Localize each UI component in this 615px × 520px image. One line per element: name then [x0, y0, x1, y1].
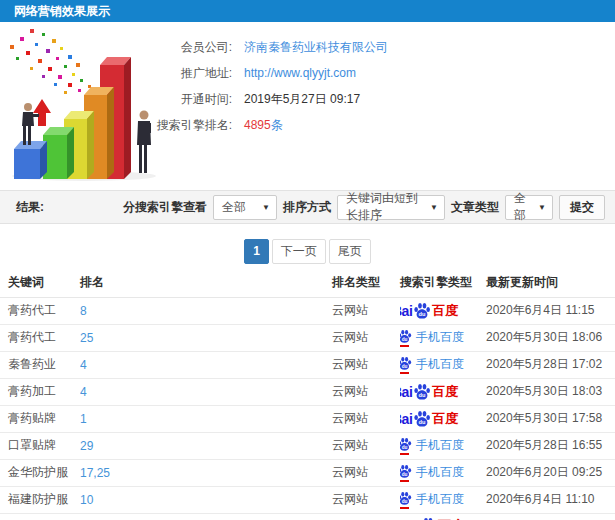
- sort-filter-label: 排序方式: [283, 199, 331, 216]
- page-button-current[interactable]: 1: [244, 239, 269, 264]
- article-type-select[interactable]: 全部 ▼: [505, 195, 553, 220]
- mobile-baidu-label: 手机百度: [416, 329, 464, 346]
- baidu-underline-decor: [400, 507, 409, 509]
- company-info-panel: 会员公司: 济南秦鲁药业科技有限公司 推广地址: http://www.qlyy…: [120, 34, 388, 138]
- baidu-logo-cn-text: 百度: [438, 517, 464, 520]
- cell-rank: 4: [80, 351, 332, 378]
- svg-text:du: du: [402, 471, 408, 476]
- rank-link[interactable]: 29: [80, 439, 93, 453]
- baidu-paw-icon: du: [413, 302, 431, 320]
- baidu-logo-cn-text: 百度: [432, 302, 458, 320]
- engine-rank-row: 搜索引擎排名: 4895条: [120, 112, 388, 138]
- cell-keyword: 膏药代工: [0, 324, 80, 351]
- cell-rank: 8: [80, 297, 332, 324]
- bar-green: [43, 127, 74, 179]
- baidu-logo: Bai du 百度: [400, 383, 486, 401]
- engine-filter-value: 全部: [222, 199, 246, 216]
- open-time-row: 开通时间: 2019年5月27日 09:17: [120, 86, 388, 112]
- submit-button[interactable]: 提交: [559, 195, 605, 220]
- baidu-logo-cn-text: 百度: [432, 410, 458, 428]
- cell-updated: 2020年5月28日 17:02: [486, 351, 615, 378]
- cell-updated: 2020年6月4日 11:15: [486, 297, 615, 324]
- cell-keyword: 膏药代工: [0, 297, 80, 324]
- mobile-baidu-logo: du 手机百度: [400, 356, 486, 374]
- cell-rank: 4: [80, 378, 332, 405]
- promo-url-label: 推广地址:: [120, 65, 232, 82]
- col-header-rank-type: 排名类型: [332, 269, 400, 297]
- svg-text:du: du: [419, 392, 426, 398]
- sort-filter-value: 关键词由短到长排序: [346, 190, 422, 224]
- cell-keyword: 膏药加工: [0, 378, 80, 405]
- cell-rank: 10: [80, 486, 332, 513]
- table-row: 膏药代工8云网站Bai du 百度2020年6月4日 11:15: [0, 297, 615, 324]
- rank-link[interactable]: 4: [80, 358, 87, 372]
- mobile-baidu-logo: du 手机百度: [400, 329, 486, 347]
- col-header-engine-type: 搜索引擎类型: [400, 269, 486, 297]
- mobile-baidu-logo: du 手机百度: [400, 491, 486, 509]
- growth-arrow: [33, 99, 51, 126]
- dropdown-caret-icon: ▼: [530, 203, 546, 212]
- svg-text:du: du: [402, 336, 408, 341]
- rank-link[interactable]: 25: [80, 331, 93, 345]
- cell-rank-type: 云网站: [332, 297, 400, 324]
- baidu-logo-bai-text: Bai: [400, 303, 412, 319]
- cell-updated: 2020年5月30日 18:06: [486, 324, 615, 351]
- promo-url-link[interactable]: http://www.qlyyjt.com: [244, 66, 356, 80]
- table-row: 金华防护服17,25云网站 du 手机百度2020年6月20日 09:25: [0, 459, 615, 486]
- cell-engine-type: du 手机百度: [400, 486, 486, 513]
- baidu-logo: Bai du 百度: [400, 410, 486, 428]
- cell-updated: 2020年6月4日 11:10: [486, 486, 615, 513]
- table-row: 膏药贴牌1云网站Bai du 百度2020年5月30日 17:58: [0, 405, 615, 432]
- engine-rank-count: 4895: [244, 118, 271, 132]
- table-row: 秦鲁药业4云网站 du 手机百度2020年5月28日 17:02: [0, 351, 615, 378]
- rank-link[interactable]: 17,25: [80, 466, 110, 480]
- mobile-baidu-logo: du 手机百度: [400, 464, 486, 482]
- cell-engine-type: du 手机百度: [400, 432, 486, 459]
- sort-filter-select[interactable]: 关键词由短到长排序 ▼: [337, 195, 445, 220]
- cell-keyword: 福建防护服: [0, 486, 80, 513]
- cell-rank-type: 云网站: [332, 378, 400, 405]
- table-row: 膏药代工25云网站 du 手机百度2020年5月30日 18:06: [0, 324, 615, 351]
- mobile-baidu-label: 手机百度: [416, 464, 464, 481]
- filter-bar: 结果: 分搜索引擎查看 全部 ▼ 排序方式 关键词由短到长排序 ▼ 文章类型 全…: [0, 190, 615, 224]
- baidu-underline-decor: [400, 372, 409, 374]
- page-button-next[interactable]: 下一页: [272, 239, 326, 264]
- cell-updated: 2020年5月30日 18:03: [486, 378, 615, 405]
- pagination: 1 下一页 尾页: [0, 239, 615, 265]
- rank-link[interactable]: 4: [80, 385, 87, 399]
- baidu-logo-cn-text: 百度: [432, 383, 458, 401]
- mobile-baidu-logo: du 手机百度: [400, 437, 486, 455]
- page-button-last[interactable]: 尾页: [329, 239, 371, 264]
- rank-link[interactable]: 10: [80, 493, 93, 507]
- article-type-value: 全部: [514, 190, 530, 224]
- bar-blue: [14, 141, 47, 179]
- baidu-logo-bai-text: Bai: [400, 384, 412, 400]
- dropdown-caret-icon: ▼: [254, 203, 270, 212]
- cell-rank-type: 云网站: [332, 324, 400, 351]
- filter-controls: 分搜索引擎查看 全部 ▼ 排序方式 关键词由短到长排序 ▼ 文章类型 全部 ▼ …: [123, 195, 605, 220]
- cell-engine-type: Bai du 百度: [400, 378, 486, 405]
- cell-rank: 25: [80, 324, 332, 351]
- rank-link[interactable]: 1: [80, 412, 87, 426]
- table-row: 口罩贴牌29云网站 du 手机百度2020年5月28日 16:55: [0, 432, 615, 459]
- open-time-label: 开通时间:: [120, 91, 232, 108]
- company-name-link[interactable]: 济南秦鲁药业科技有限公司: [244, 39, 388, 56]
- table-row: 膏药加工4云网站Bai du 百度2020年5月30日 18:03: [0, 378, 615, 405]
- mobile-baidu-label: 手机百度: [416, 356, 464, 373]
- result-label: 结果:: [16, 199, 44, 216]
- baidu-logo: Bai du 百度: [400, 302, 486, 320]
- engine-filter-select[interactable]: 全部 ▼: [213, 195, 277, 220]
- mobile-baidu-label: 手机百度: [416, 491, 464, 508]
- svg-text:du: du: [419, 419, 426, 425]
- rank-link[interactable]: 8: [80, 304, 87, 318]
- cell-updated: 2020年5月28日 16:55: [486, 432, 615, 459]
- baidu-paw-icon: du: [400, 437, 412, 452]
- profile-section: 会员公司: 济南秦鲁药业科技有限公司 推广地址: http://www.qlyy…: [0, 22, 615, 190]
- article-type-label: 文章类型: [451, 199, 499, 216]
- baidu-logo-bai-text: Bai: [400, 411, 412, 427]
- cell-rank-type: 云网站: [332, 459, 400, 486]
- baidu-paw-icon: du: [413, 410, 431, 428]
- titlebar: 网络营销效果展示: [0, 0, 615, 22]
- cell-rank: 29: [80, 432, 332, 459]
- partial-next-row: Bai du 百度: [0, 514, 615, 520]
